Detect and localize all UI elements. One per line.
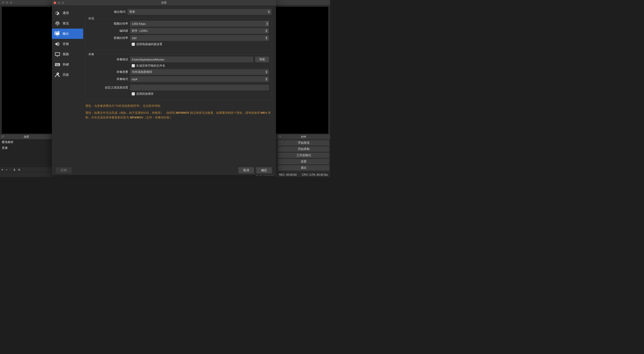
streaming-group-title: 串流 <box>88 16 95 20</box>
settings-sidebar: 通用 推流 输出 音频 视频 热键 <box>52 5 83 165</box>
close-icon[interactable] <box>2 1 4 4</box>
recording-group-title: 录像 <box>88 52 95 56</box>
settings-title: 设置 <box>161 1 166 5</box>
no-space-filename-label: 生成没有空格的文件名 <box>136 64 165 68</box>
scenes-list[interactable]: 暖场素材 直播 <box>0 139 52 167</box>
sidebar-label: 推流 <box>62 21 69 25</box>
warning-mp4: 警告：如果文件无法完成（例如，由于蓝屏BSOD，掉电等），保存到 MP4/MOV… <box>86 111 271 120</box>
browse-button[interactable]: 浏览 <box>255 56 269 62</box>
audio-bitrate-select[interactable]: 160▲▼ <box>130 35 269 41</box>
sidebar-label: 视频 <box>62 52 69 56</box>
tools-icon <box>54 72 60 78</box>
recording-quality-select[interactable]: 与串流画质相同▲▼ <box>130 69 269 75</box>
custom-muxer-label: 自定义混流器设置 <box>88 86 130 90</box>
recording-group: 录像 录像路径 /Users/bytedance/Movies 浏览 生成没有空… <box>85 54 272 100</box>
sidebar-item-output[interactable]: 输出 <box>52 29 83 39</box>
undock-icon[interactable] <box>278 135 281 138</box>
studio-mode-button[interactable]: 工作室模式 <box>278 153 329 158</box>
recording-path-input[interactable]: /Users/bytedance/Movies <box>130 56 253 62</box>
ok-button[interactable]: 确定 <box>256 167 272 173</box>
replay-buffer-checkbox[interactable] <box>132 92 135 95</box>
enable-advanced-encoder-label: 启用高级编码器设置 <box>136 42 162 46</box>
move-down-icon[interactable]: ∨ <box>18 168 20 172</box>
encoder-select[interactable]: 软件（x264）▲▼ <box>130 28 269 34</box>
separator <box>10 168 10 171</box>
streaming-group: 串流 视频比特率 1350 Kbps▲▼ 编码器 软件（x264）▲▼ 音频比特… <box>85 18 272 50</box>
close-icon[interactable] <box>54 1 56 4</box>
sidebar-item-video[interactable]: 视频 <box>52 49 83 59</box>
scene-item[interactable]: 暖场素材 <box>0 139 52 145</box>
sidebar-item-stream[interactable]: 推流 <box>52 18 83 29</box>
monitor-icon <box>54 51 60 57</box>
speaker-icon <box>54 41 60 47</box>
sidebar-label: 高级 <box>62 73 69 77</box>
output-mode-label: 输出模式 <box>85 10 128 14</box>
minimize-icon <box>58 1 60 4</box>
scene-item[interactable]: 直播 <box>0 145 52 151</box>
scenes-panel-header: 场景 <box>0 134 52 139</box>
cancel-button[interactable]: 取消 <box>238 167 254 173</box>
sidebar-label: 通用 <box>62 11 69 15</box>
replay-buffer-label: 启用回放缓存 <box>136 92 154 96</box>
recording-quality-label: 录像质量 <box>88 70 130 74</box>
video-bitrate-input[interactable]: 1350 Kbps▲▼ <box>130 21 269 26</box>
add-icon[interactable]: + <box>1 168 3 171</box>
move-up-icon[interactable]: ∧ <box>13 168 16 172</box>
custom-muxer-input[interactable] <box>130 85 269 90</box>
sidebar-item-general[interactable]: 通用 <box>52 8 83 18</box>
warning-pause: 警告：当录像质量设为"与串流画质相同"时，无法暂停录制。 <box>86 104 271 108</box>
output-mode-select[interactable]: 简单▲▼ <box>128 9 272 15</box>
sidebar-item-advanced[interactable]: 高级 <box>52 70 83 80</box>
status-rec: REC: 00:00:00 <box>279 173 297 176</box>
keyboard-icon <box>54 62 60 67</box>
audio-bitrate-label: 音频比特率 <box>88 36 130 40</box>
apply-button[interactable]: 应用 <box>56 167 72 173</box>
gear-icon <box>54 10 60 16</box>
exit-button[interactable]: 退出 <box>278 165 329 171</box>
settings-window: 设置 通用 推流 输出 音频 视频 <box>52 0 276 175</box>
recording-path-label: 录像路径 <box>88 57 130 61</box>
undock-icon[interactable] <box>1 135 4 138</box>
sidebar-label: 输出 <box>62 32 69 36</box>
settings-button[interactable]: 设置 <box>278 159 329 164</box>
scenes-title: 场景 <box>24 135 29 139</box>
sidebar-label: 热键 <box>62 62 69 67</box>
scenes-toolbar: + − ∧ ∨ <box>0 167 52 172</box>
sidebar-item-audio[interactable]: 音频 <box>52 39 83 49</box>
settings-content-output: 输出模式 简单▲▼ 串流 视频比特率 1350 Kbps▲▼ 编码器 软件（x2… <box>83 5 276 165</box>
zoom-icon[interactable] <box>10 1 12 4</box>
settings-footer: 应用 取消 确定 <box>52 165 276 175</box>
encoder-label: 编码器 <box>88 29 130 33</box>
zoom-icon <box>62 1 64 4</box>
remove-icon[interactable]: − <box>6 168 8 171</box>
output-icon <box>54 31 60 37</box>
settings-titlebar: 设置 <box>52 0 276 5</box>
recording-format-select[interactable]: mp4▲▼ <box>130 76 269 82</box>
enable-advanced-encoder-checkbox[interactable] <box>132 43 135 46</box>
controls-title: 控件 <box>301 135 306 139</box>
minimize-icon[interactable] <box>6 1 8 4</box>
no-space-filename-checkbox[interactable] <box>132 64 135 67</box>
controls-panel-header: 控件 <box>277 134 330 139</box>
status-cpu: CPU: 3.2%, 60.00 fps <box>302 173 328 176</box>
sidebar-item-hotkeys[interactable]: 热键 <box>52 59 83 70</box>
scenes-panel: 场景 暖场素材 直播 + − ∧ ∨ <box>0 134 53 172</box>
antenna-icon <box>54 20 60 26</box>
start-streaming-button[interactable]: 开始推流 <box>278 140 329 145</box>
start-recording-button[interactable]: 开始录制 <box>278 146 329 152</box>
video-bitrate-label: 视频比特率 <box>88 22 130 26</box>
recording-format-label: 录像格式 <box>88 77 130 81</box>
controls-panel: 控件 开始推流 开始录制 工作室模式 设置 退出 <box>277 134 330 172</box>
sidebar-label: 音频 <box>62 42 69 46</box>
